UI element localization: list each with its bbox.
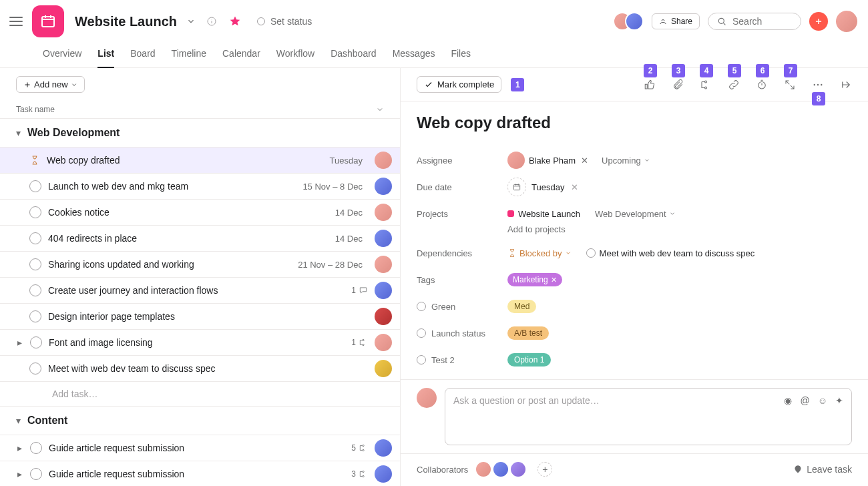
complete-checkbox[interactable] [29, 180, 41, 192]
user-avatar[interactable] [836, 11, 857, 32]
detail-task-title[interactable]: Web copy drafted [417, 113, 852, 132]
collaborator-avatars[interactable] [475, 461, 527, 478]
due-date-value[interactable]: Tuesday [531, 182, 564, 192]
complete-checkbox[interactable] [29, 232, 41, 244]
project-chip[interactable]: Website Launch [507, 209, 580, 219]
remove-tag-icon[interactable]: ✕ [551, 276, 557, 284]
share-button[interactable]: Share [652, 13, 700, 29]
tag-chip[interactable]: Marketing ✕ [507, 273, 562, 286]
tab-messages[interactable]: Messages [393, 41, 435, 67]
cf-value[interactable]: Med [507, 300, 536, 313]
complete-checkbox[interactable] [29, 310, 41, 322]
expand-subtasks-icon[interactable]: ▸ [17, 443, 22, 453]
expand-subtasks-icon[interactable]: ▸ [17, 469, 22, 479]
star-icon[interactable]: ✦ [835, 395, 843, 406]
add-collaborator-button[interactable]: + [537, 462, 552, 477]
assignee-avatar[interactable] [375, 152, 392, 169]
project-section-button[interactable]: Web Development [595, 209, 676, 219]
search-input-wrap[interactable] [708, 13, 801, 30]
add-new-button[interactable]: Add new [16, 76, 85, 93]
section-toggle-icon[interactable]: ▾ [16, 415, 21, 426]
subtasks-icon[interactable]: 4 [700, 79, 712, 91]
star-icon[interactable] [229, 15, 241, 27]
tab-list[interactable]: List [97, 41, 114, 68]
complete-checkbox[interactable] [29, 362, 41, 375]
leave-task-button[interactable]: Leave task [793, 464, 852, 475]
like-icon[interactable]: 2 [644, 79, 656, 91]
assignee-avatar[interactable] [375, 256, 392, 273]
section-toggle-icon[interactable]: ▾ [16, 128, 21, 138]
assignee-avatar[interactable] [375, 308, 392, 325]
complete-checkbox[interactable] [29, 206, 41, 218]
attachment-icon[interactable]: 3 [672, 79, 684, 91]
tab-calendar[interactable]: Calendar [222, 41, 260, 67]
mention-icon[interactable]: @ [800, 395, 809, 406]
member-avatars[interactable] [613, 12, 644, 31]
mytasks-section-button[interactable]: Upcoming [602, 156, 650, 166]
quick-add-button[interactable] [809, 12, 828, 31]
set-status-button[interactable]: Set status [257, 16, 312, 27]
assignee-chip[interactable]: Blake Pham ✕ [507, 152, 588, 169]
assignee-avatar[interactable] [375, 439, 392, 457]
close-panel-icon[interactable] [840, 79, 852, 91]
project-icon[interactable] [32, 5, 64, 37]
assignee-avatar[interactable] [375, 334, 392, 351]
complete-checkbox[interactable] [30, 468, 42, 480]
fullscreen-icon[interactable]: 7 [784, 79, 796, 91]
comment-input[interactable]: Ask a question or post an update… ◉ @ ☺ … [445, 388, 852, 445]
project-menu-chevron-icon[interactable] [186, 17, 196, 26]
timer-icon[interactable]: 6 [756, 79, 768, 91]
assignee-avatar[interactable] [375, 230, 392, 247]
project-title[interactable]: Website Launch [75, 14, 177, 29]
add-to-projects-link[interactable]: Add to projects [507, 224, 852, 234]
task-row[interactable]: ▸ Guide article request submission 5 [0, 435, 400, 461]
task-row[interactable]: Sharing icons updated and working 21 Nov… [0, 252, 400, 278]
complete-checkbox[interactable] [29, 284, 41, 296]
assignee-avatar[interactable] [375, 178, 392, 195]
task-row[interactable]: Meet with web dev team to discuss spec [0, 356, 400, 382]
task-row[interactable]: Design interior page templates [0, 304, 400, 330]
tab-timeline[interactable]: Timeline [172, 41, 206, 67]
task-row[interactable]: 404 redirects in place 14 Dec [0, 226, 400, 252]
task-row[interactable]: ▸ Font and image licensing 1 [0, 330, 400, 356]
task-row[interactable]: Web copy drafted Tuesday [0, 148, 400, 174]
complete-checkbox[interactable] [30, 336, 42, 348]
tab-workflow[interactable]: Workflow [276, 41, 314, 67]
complete-checkbox[interactable] [586, 248, 596, 258]
record-icon[interactable]: ◉ [784, 395, 792, 406]
assignee-avatar[interactable] [375, 360, 392, 377]
link-icon[interactable]: 5 [728, 79, 740, 91]
column-menu-icon[interactable] [376, 105, 384, 113]
assignee-avatar[interactable] [375, 282, 392, 299]
hamburger-menu[interactable] [8, 13, 24, 29]
search-input[interactable] [732, 16, 793, 27]
task-row[interactable]: Launch to web dev and mkg team 15 Nov – … [0, 174, 400, 200]
clear-assignee-icon[interactable]: ✕ [581, 156, 588, 166]
cf-value[interactable]: A/B test [507, 326, 549, 340]
calendar-icon[interactable] [507, 178, 526, 196]
task-row[interactable]: Cookies notice 14 Dec [0, 200, 400, 226]
tab-board[interactable]: Board [130, 41, 155, 67]
section-header[interactable]: ▾ Content [0, 407, 400, 435]
tab-overview[interactable]: Overview [43, 41, 81, 67]
assignee-avatar[interactable] [375, 204, 392, 221]
task-row[interactable]: Create user journey and interaction flow… [0, 278, 400, 304]
cf-value[interactable]: Option 1 [507, 353, 551, 367]
blocked-by-chip[interactable]: Blocked by [507, 248, 572, 258]
mark-complete-button[interactable]: Mark complete [417, 76, 501, 93]
info-icon[interactable] [206, 16, 217, 27]
expand-subtasks-icon[interactable]: ▸ [17, 337, 22, 348]
clear-date-icon[interactable]: ✕ [571, 182, 578, 192]
task-row[interactable]: ▸ Guide article request submission 3 [0, 461, 400, 486]
section-header[interactable]: ▾ Web Development [0, 119, 400, 148]
tab-dashboard[interactable]: Dashboard [331, 41, 377, 67]
task-name: Font and image licensing [49, 337, 345, 348]
assignee-avatar[interactable] [375, 465, 392, 483]
more-icon[interactable]: 8 [812, 79, 824, 91]
emoji-icon[interactable]: ☺ [818, 395, 827, 406]
complete-checkbox[interactable] [29, 258, 41, 270]
add-task-row[interactable]: Add task… [0, 382, 400, 407]
complete-checkbox[interactable] [30, 442, 42, 454]
tab-files[interactable]: Files [451, 41, 471, 67]
dependency-task[interactable]: Meet with web dev team to discuss spec [586, 248, 755, 258]
